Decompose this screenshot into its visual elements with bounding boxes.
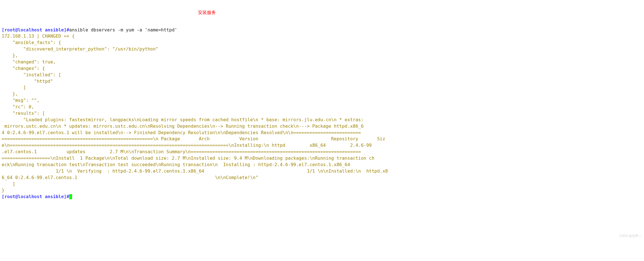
output-line: 6_64 0:2.4.6-99.el7.centos.1 \n\nComplet…	[2, 175, 258, 180]
terminal-output: [root@localhost ansible]#ansible dbserve…	[2, 27, 388, 200]
output-line: "changes": {	[2, 66, 45, 71]
output-line: "rc": 0,	[2, 104, 34, 109]
output-line: 1/1 \n Verifying : httpd-2.4.6-99.el7.ce…	[2, 168, 388, 174]
output-line: eck\nRunning transaction test\nTransacti…	[2, 162, 364, 167]
watermark-text: CSDN @张梦い	[619, 234, 641, 238]
prompt-user-host: [root@localhost ansible]#	[2, 194, 69, 199]
output-line: "msg": "",	[2, 98, 40, 103]
cursor-block[interactable]	[69, 194, 72, 199]
command-text: ansible dbservers -m yum -a 'name=httpd'	[69, 27, 177, 33]
output-line: ========================================…	[2, 136, 385, 141]
output-line: },	[2, 91, 18, 97]
output-line: ]	[2, 85, 26, 90]
output-host-line: 172.168.1.13 | CHANGED => {	[2, 33, 75, 39]
annotation-label: 安装服务	[198, 10, 216, 16]
output-line: e\n=====================================…	[2, 143, 372, 148]
output-line: }	[2, 187, 4, 193]
output-line: .el7.centos.1 updates 2.7 M\n\nTransacti…	[2, 149, 361, 154]
output-line: "changed": true,	[2, 59, 56, 65]
output-line: "installed": [	[2, 72, 61, 77]
output-line: ]	[2, 181, 15, 187]
output-line: "httpd"	[2, 79, 53, 84]
prompt-user-host: [root@localhost ansible]#	[2, 27, 69, 33]
output-line: "ansible_facts": {	[2, 40, 61, 45]
output-line: "discovered_interpreter_python": "/usr/b…	[2, 46, 158, 52]
output-line: 4 0:2.4.6-99.el7.centos.1 will be instal…	[2, 130, 361, 135]
output-line: "results": [	[2, 111, 45, 116]
output-line: ==================\nInstall 1 Package\n\…	[2, 155, 374, 161]
output-line: mirrors.ustc.edu.cn\n * updates: mirrors…	[2, 123, 364, 129]
output-line: },	[2, 53, 18, 58]
output-line: "Loaded plugins: fastestmirror, langpack…	[2, 117, 364, 122]
